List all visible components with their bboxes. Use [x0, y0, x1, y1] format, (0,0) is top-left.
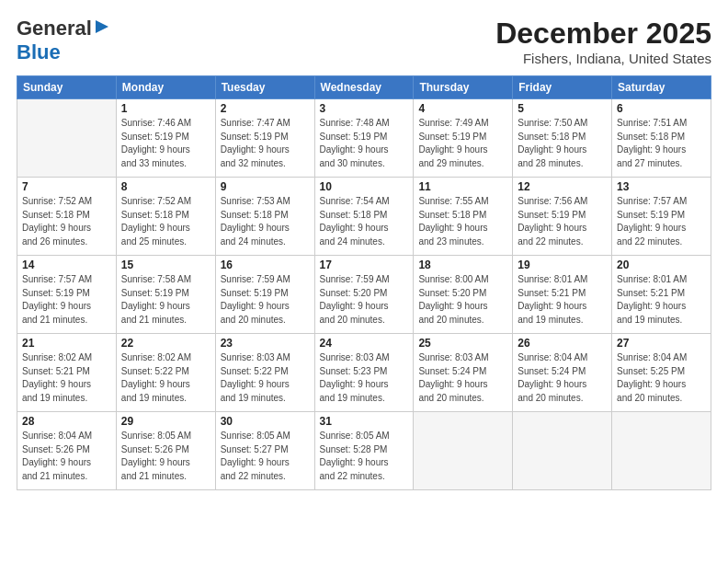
day-info: Sunrise: 8:02 AMSunset: 5:22 PMDaylight:…	[121, 351, 210, 405]
day-cell: 24Sunrise: 8:03 AMSunset: 5:23 PMDayligh…	[314, 334, 414, 412]
day-number: 11	[418, 180, 507, 193]
day-info: Sunrise: 7:52 AMSunset: 5:18 PMDaylight:…	[22, 195, 111, 248]
day-number: 24	[320, 337, 409, 350]
day-number: 6	[617, 102, 706, 115]
page: General Blue December 2025 Fishers, Indi…	[0, 0, 728, 563]
day-info: Sunrise: 7:59 AMSunset: 5:20 PMDaylight:…	[320, 273, 409, 327]
day-cell: 15Sunrise: 7:58 AMSunset: 5:19 PMDayligh…	[116, 256, 215, 334]
day-info: Sunrise: 7:51 AMSunset: 5:18 PMDaylight:…	[617, 117, 706, 170]
day-info: Sunrise: 7:49 AMSunset: 5:19 PMDaylight:…	[418, 117, 507, 170]
day-number: 27	[617, 337, 706, 350]
day-info: Sunrise: 7:52 AMSunset: 5:18 PMDaylight:…	[121, 195, 210, 248]
day-cell: 16Sunrise: 7:59 AMSunset: 5:19 PMDayligh…	[215, 256, 314, 334]
day-number: 1	[121, 102, 210, 115]
week-row-3: 14Sunrise: 7:57 AMSunset: 5:19 PMDayligh…	[17, 256, 711, 334]
calendar-table: SundayMondayTuesdayWednesdayThursdayFrid…	[17, 75, 711, 490]
week-row-5: 28Sunrise: 8:04 AMSunset: 5:26 PMDayligh…	[17, 412, 711, 490]
day-cell: 1Sunrise: 7:46 AMSunset: 5:19 PMDaylight…	[116, 99, 215, 178]
day-info: Sunrise: 8:01 AMSunset: 5:21 PMDaylight:…	[617, 273, 706, 327]
day-info: Sunrise: 8:04 AMSunset: 5:26 PMDaylight:…	[22, 430, 111, 483]
col-header-wednesday: Wednesday	[314, 76, 414, 99]
day-number: 2	[221, 102, 310, 115]
logo-blue: Blue	[17, 40, 61, 63]
day-number: 3	[320, 102, 409, 115]
day-number: 7	[22, 180, 111, 193]
day-info: Sunrise: 7:59 AMSunset: 5:19 PMDaylight:…	[221, 273, 310, 327]
day-cell	[414, 412, 513, 490]
col-header-monday: Monday	[116, 76, 215, 99]
col-header-thursday: Thursday	[414, 76, 513, 99]
day-cell: 26Sunrise: 8:04 AMSunset: 5:24 PMDayligh…	[513, 334, 612, 412]
day-info: Sunrise: 7:48 AMSunset: 5:19 PMDaylight:…	[320, 117, 409, 170]
day-number: 21	[22, 337, 111, 350]
day-info: Sunrise: 8:02 AMSunset: 5:21 PMDaylight:…	[22, 351, 111, 405]
day-number: 30	[221, 415, 310, 428]
day-cell: 2Sunrise: 7:47 AMSunset: 5:19 PMDaylight…	[215, 99, 314, 178]
day-number: 17	[320, 259, 409, 271]
day-info: Sunrise: 7:50 AMSunset: 5:18 PMDaylight:…	[518, 117, 607, 170]
day-cell	[513, 412, 612, 490]
day-info: Sunrise: 8:05 AMSunset: 5:28 PMDaylight:…	[320, 430, 409, 483]
day-cell: 30Sunrise: 8:05 AMSunset: 5:27 PMDayligh…	[215, 412, 314, 490]
day-cell: 29Sunrise: 8:05 AMSunset: 5:26 PMDayligh…	[116, 412, 215, 490]
day-number: 12	[518, 180, 607, 193]
day-number: 15	[121, 259, 210, 271]
day-number: 25	[418, 337, 507, 350]
day-number: 8	[121, 180, 210, 193]
day-cell: 13Sunrise: 7:57 AMSunset: 5:19 PMDayligh…	[612, 178, 711, 256]
day-number: 22	[121, 337, 210, 350]
day-cell: 23Sunrise: 8:03 AMSunset: 5:22 PMDayligh…	[215, 334, 314, 412]
day-info: Sunrise: 8:03 AMSunset: 5:24 PMDaylight:…	[418, 351, 507, 405]
day-cell: 18Sunrise: 8:00 AMSunset: 5:20 PMDayligh…	[414, 256, 513, 334]
day-number: 4	[418, 102, 507, 115]
day-cell: 8Sunrise: 7:52 AMSunset: 5:18 PMDaylight…	[116, 178, 215, 256]
day-info: Sunrise: 8:01 AMSunset: 5:21 PMDaylight:…	[518, 273, 607, 327]
day-info: Sunrise: 7:54 AMSunset: 5:18 PMDaylight:…	[320, 195, 409, 248]
day-info: Sunrise: 8:04 AMSunset: 5:24 PMDaylight:…	[518, 351, 607, 405]
day-cell: 14Sunrise: 7:57 AMSunset: 5:19 PMDayligh…	[17, 256, 117, 334]
day-number: 20	[617, 259, 706, 271]
day-cell: 9Sunrise: 7:53 AMSunset: 5:18 PMDaylight…	[215, 178, 314, 256]
col-header-tuesday: Tuesday	[215, 76, 314, 99]
day-cell: 17Sunrise: 7:59 AMSunset: 5:20 PMDayligh…	[314, 256, 414, 334]
logo-general: General	[17, 17, 92, 40]
calendar-header-row: SundayMondayTuesdayWednesdayThursdayFrid…	[17, 76, 711, 99]
day-cell	[612, 412, 711, 490]
day-cell: 25Sunrise: 8:03 AMSunset: 5:24 PMDayligh…	[414, 334, 513, 412]
day-info: Sunrise: 7:58 AMSunset: 5:19 PMDaylight:…	[121, 273, 210, 327]
day-info: Sunrise: 8:05 AMSunset: 5:26 PMDaylight:…	[121, 430, 210, 483]
title-block: December 2025 Fishers, Indiana, United S…	[495, 17, 711, 66]
col-header-sunday: Sunday	[17, 76, 117, 99]
day-number: 19	[518, 259, 607, 271]
day-info: Sunrise: 7:46 AMSunset: 5:19 PMDaylight:…	[121, 117, 210, 170]
svg-marker-0	[96, 20, 108, 33]
day-number: 29	[121, 415, 210, 428]
day-info: Sunrise: 8:05 AMSunset: 5:27 PMDaylight:…	[221, 430, 310, 483]
day-number: 14	[22, 259, 111, 271]
day-cell: 6Sunrise: 7:51 AMSunset: 5:18 PMDaylight…	[612, 99, 711, 178]
day-cell: 11Sunrise: 7:55 AMSunset: 5:18 PMDayligh…	[414, 178, 513, 256]
header: General Blue December 2025 Fishers, Indi…	[17, 17, 711, 66]
day-info: Sunrise: 7:53 AMSunset: 5:18 PMDaylight:…	[221, 195, 310, 248]
week-row-4: 21Sunrise: 8:02 AMSunset: 5:21 PMDayligh…	[17, 334, 711, 412]
day-number: 23	[221, 337, 310, 350]
day-cell: 21Sunrise: 8:02 AMSunset: 5:21 PMDayligh…	[17, 334, 117, 412]
day-info: Sunrise: 7:57 AMSunset: 5:19 PMDaylight:…	[617, 195, 706, 248]
week-row-1: 1Sunrise: 7:46 AMSunset: 5:19 PMDaylight…	[17, 99, 711, 178]
month-title: December 2025	[495, 17, 711, 51]
day-cell: 27Sunrise: 8:04 AMSunset: 5:25 PMDayligh…	[612, 334, 711, 412]
day-number: 5	[518, 102, 607, 115]
day-info: Sunrise: 7:56 AMSunset: 5:19 PMDaylight:…	[518, 195, 607, 248]
day-cell: 3Sunrise: 7:48 AMSunset: 5:19 PMDaylight…	[314, 99, 414, 178]
day-cell: 4Sunrise: 7:49 AMSunset: 5:19 PMDaylight…	[414, 99, 513, 178]
col-header-friday: Friday	[513, 76, 612, 99]
day-cell: 7Sunrise: 7:52 AMSunset: 5:18 PMDaylight…	[17, 178, 117, 256]
day-cell: 19Sunrise: 8:01 AMSunset: 5:21 PMDayligh…	[513, 256, 612, 334]
day-cell: 5Sunrise: 7:50 AMSunset: 5:18 PMDaylight…	[513, 99, 612, 178]
day-number: 16	[221, 259, 310, 271]
day-number: 10	[320, 180, 409, 193]
week-row-2: 7Sunrise: 7:52 AMSunset: 5:18 PMDaylight…	[17, 178, 711, 256]
day-info: Sunrise: 7:55 AMSunset: 5:18 PMDaylight:…	[418, 195, 507, 248]
logo-arrow-icon	[94, 18, 110, 35]
day-info: Sunrise: 7:47 AMSunset: 5:19 PMDaylight:…	[221, 117, 310, 170]
